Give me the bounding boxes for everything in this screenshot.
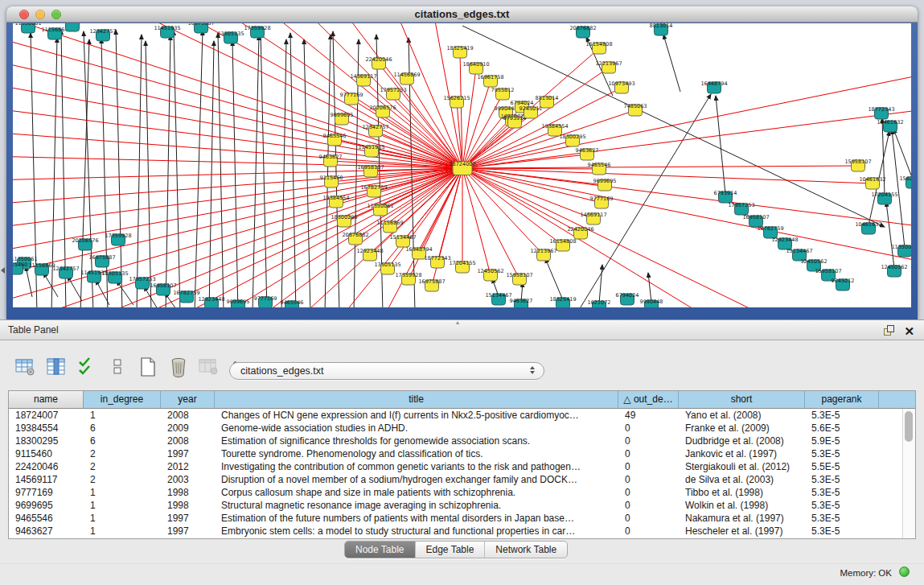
cell-in_degree: 1 xyxy=(84,409,161,422)
cell-title: Estimation of the future numbers of pati… xyxy=(215,512,618,525)
graph-node-label: 6793914 xyxy=(714,190,737,196)
table-panel-body: f(x) citations_edges.txt namein_degreeye… xyxy=(0,340,924,585)
graph-node-label: 10973493 xyxy=(608,80,634,87)
table-row[interactable]: 977716911998Corpus callosum shape and si… xyxy=(9,486,915,499)
minimize-window-button[interactable] xyxy=(35,10,45,19)
graph-node-label: 15134467 xyxy=(389,234,416,241)
graph-node-label: 9463627 xyxy=(510,298,533,304)
float-panel-icon[interactable] xyxy=(883,324,895,340)
cell-pagerank: 5.3E-5 xyxy=(805,499,879,512)
table-row[interactable]: 911546021997Tourette syndrome. Phenomeno… xyxy=(9,447,915,460)
cell-in_degree: 1 xyxy=(84,512,161,525)
column-header-out_degree[interactable]: △ out_de… xyxy=(618,391,679,408)
table-row[interactable]: 946554611997Estimation of the future num… xyxy=(9,512,915,525)
table-row[interactable]: 1872400712008Changes of HCN gene express… xyxy=(9,409,915,422)
vertical-scrollbar[interactable] xyxy=(902,409,915,538)
table-row[interactable]: 969969511998Structural magnetic resonanc… xyxy=(9,499,915,512)
graph-node-label: 17957253 xyxy=(728,202,754,208)
cell-pagerank: 5.3E-5 xyxy=(805,447,879,460)
new-document-icon[interactable] xyxy=(137,355,159,379)
graph-node-label: 16782759 xyxy=(173,290,199,296)
table-selector-dropdown[interactable]: citations_edges.txt xyxy=(229,362,544,380)
graph-node-label: 12923448 xyxy=(356,248,383,254)
tab-network-table[interactable]: Network Table xyxy=(484,542,567,558)
cell-title: Investigating the contribution of common… xyxy=(215,460,618,473)
graph-node-label: 11350061 xyxy=(891,244,911,250)
column-header-name[interactable]: name xyxy=(9,391,84,408)
delete-icon[interactable] xyxy=(167,355,190,379)
scrollbar-thumb[interactable] xyxy=(905,411,913,442)
table-settings-icon[interactable] xyxy=(14,355,37,379)
table-selector-value: citations_edges.txt xyxy=(240,365,324,377)
tab-edge-table[interactable]: Edge Table xyxy=(415,542,485,558)
graph-node-label: 16975887 xyxy=(88,254,115,261)
column-header-pagerank[interactable]: pagerank xyxy=(805,391,879,408)
table-row[interactable]: 1830029562008Estimation of significance … xyxy=(9,435,915,447)
graph-node-label: 16948794 xyxy=(405,246,432,253)
splitter-handle-icon[interactable]: ▴ xyxy=(456,319,459,326)
graph-node-label: 10461632 xyxy=(855,221,881,228)
cell-name: 9777169 xyxy=(9,486,84,499)
graph-node-label: 6793914 xyxy=(503,115,527,122)
validate-checks-icon[interactable] xyxy=(76,355,98,379)
close-panel-icon[interactable]: ✕ xyxy=(904,321,914,341)
table-row[interactable]: 2242004622012Investigating the contribut… xyxy=(9,460,915,473)
graph-node-label: 17204155 xyxy=(871,192,897,198)
select-column-icon[interactable] xyxy=(45,355,68,379)
graph-node-label: 10461632 xyxy=(859,176,885,183)
graph-node-label: 19384554 xyxy=(322,195,349,201)
graph-node-label: 15958107 xyxy=(815,268,841,274)
graph-node-label: 18300295 xyxy=(559,134,585,140)
cell-name: 14569117 xyxy=(9,473,84,486)
tab-node-table[interactable]: Node Table xyxy=(345,542,415,558)
cell-in_degree: 1 xyxy=(84,499,161,512)
delete-table-disabled-icon xyxy=(198,355,220,379)
column-header-year[interactable]: year xyxy=(161,391,215,408)
cell-out_degree: 0 xyxy=(618,460,679,473)
window-titlebar[interactable]: citations_edges.txt xyxy=(6,6,918,23)
cell-pagerank: 5.3E-5 xyxy=(805,473,879,486)
graph-node-label: 16958107 xyxy=(742,214,769,220)
cell-out_degree: 49 xyxy=(618,409,679,422)
table-panel-header: ▴ Table Panel ✕ xyxy=(0,319,924,340)
table-type-tabs: Node TableEdge TableNetwork Table xyxy=(344,541,568,558)
network-canvas[interactable]: 1615480812213967109734937485063183254191… xyxy=(13,23,911,307)
graph-node-label: 18325419 xyxy=(549,296,576,303)
cell-title: Disruption of a novel member of a sodium… xyxy=(215,473,618,486)
column-header-title[interactable]: title xyxy=(215,391,618,408)
graph-node-label: 18724007 xyxy=(449,161,475,167)
graph-node-label: 12213967 xyxy=(530,248,556,254)
graph-node-label: 14569117 xyxy=(350,73,376,80)
graph-node-label: 17957253 xyxy=(380,87,406,93)
graph-node-label: 9465546 xyxy=(281,299,304,306)
zoom-window-button[interactable] xyxy=(51,10,61,19)
status-divider xyxy=(0,563,924,564)
cell-in_degree: 2 xyxy=(84,460,161,473)
cell-name: 18300295 xyxy=(9,435,84,447)
graph-node-label: 8813014 xyxy=(536,95,559,101)
cell-pagerank: 5.6E-5 xyxy=(805,422,879,435)
graph-node-label: 18772343 xyxy=(868,106,894,113)
graph-node-label: 16948794 xyxy=(700,80,727,87)
cell-short: Nakamura et al. (1997) xyxy=(679,512,805,525)
table-row[interactable]: 1938455462009Genome-wide association stu… xyxy=(9,422,915,435)
column-header-in_degree[interactable]: in_degree xyxy=(84,391,161,408)
graph-node-label: 15958107 xyxy=(844,159,871,165)
row-height-icon[interactable] xyxy=(106,355,129,379)
close-window-button[interactable] xyxy=(19,10,29,19)
graph-node-label: 13505135 xyxy=(101,270,128,277)
graph-node-label: 16961758 xyxy=(477,74,503,80)
cell-year: 1998 xyxy=(161,499,215,512)
cell-name: 22420046 xyxy=(9,460,84,473)
cell-title: Embryonic stem cells: a model to study s… xyxy=(215,525,618,538)
window-title: citations_edges.txt xyxy=(6,6,918,23)
graph-node-label: 15958107 xyxy=(506,272,532,278)
collapse-arrow-icon[interactable] xyxy=(1,267,5,274)
table-row[interactable]: 946362711997Embryonic stem cells: a mode… xyxy=(9,525,915,538)
cell-title: Tourette syndrome. Phenomenology and cla… xyxy=(215,447,618,460)
cell-short: Dudbridge et al. (2008) xyxy=(679,435,805,447)
column-header-short[interactable]: short xyxy=(679,391,805,408)
graph-node-label: 9245012 xyxy=(832,278,855,284)
table-row[interactable]: 1456911722003Disruption of a novel membe… xyxy=(9,473,915,486)
table-header-row: namein_degreeyeartitle△ out_de…shortpage… xyxy=(9,391,915,409)
